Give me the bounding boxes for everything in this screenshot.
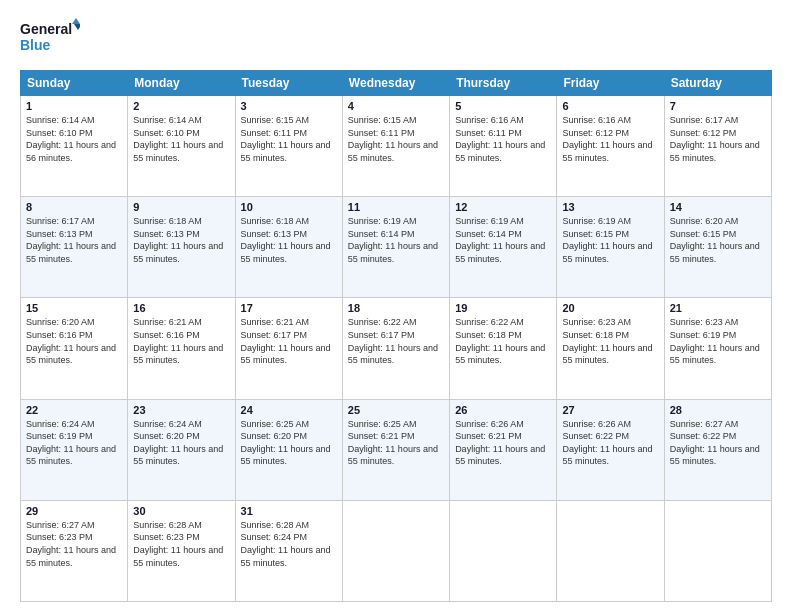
calendar-cell: 15 Sunrise: 6:20 AM Sunset: 6:16 PM Dayl… xyxy=(21,298,128,399)
day-number: 17 xyxy=(241,302,337,314)
calendar-week-5: 29 Sunrise: 6:27 AM Sunset: 6:23 PM Dayl… xyxy=(21,500,772,601)
calendar-cell: 7 Sunrise: 6:17 AM Sunset: 6:12 PM Dayli… xyxy=(664,96,771,197)
calendar-cell: 20 Sunrise: 6:23 AM Sunset: 6:18 PM Dayl… xyxy=(557,298,664,399)
column-header-monday: Monday xyxy=(128,71,235,96)
calendar-cell: 10 Sunrise: 6:18 AM Sunset: 6:13 PM Dayl… xyxy=(235,197,342,298)
day-number: 23 xyxy=(133,404,229,416)
day-number: 19 xyxy=(455,302,551,314)
logo: General Blue xyxy=(20,16,80,60)
calendar-cell: 4 Sunrise: 6:15 AM Sunset: 6:11 PM Dayli… xyxy=(342,96,449,197)
calendar-cell: 9 Sunrise: 6:18 AM Sunset: 6:13 PM Dayli… xyxy=(128,197,235,298)
calendar-cell: 23 Sunrise: 6:24 AM Sunset: 6:20 PM Dayl… xyxy=(128,399,235,500)
calendar-cell: 6 Sunrise: 6:16 AM Sunset: 6:12 PM Dayli… xyxy=(557,96,664,197)
calendar-cell: 30 Sunrise: 6:28 AM Sunset: 6:23 PM Dayl… xyxy=(128,500,235,601)
day-info: Sunrise: 6:19 AM Sunset: 6:14 PM Dayligh… xyxy=(455,215,551,265)
day-number: 21 xyxy=(670,302,766,314)
day-number: 22 xyxy=(26,404,122,416)
day-number: 7 xyxy=(670,100,766,112)
header: General Blue xyxy=(20,16,772,60)
page: General Blue SundayMondayTuesdayWednesda… xyxy=(0,0,792,612)
day-number: 30 xyxy=(133,505,229,517)
day-info: Sunrise: 6:23 AM Sunset: 6:19 PM Dayligh… xyxy=(670,316,766,366)
day-number: 4 xyxy=(348,100,444,112)
day-number: 25 xyxy=(348,404,444,416)
day-info: Sunrise: 6:20 AM Sunset: 6:15 PM Dayligh… xyxy=(670,215,766,265)
calendar-cell xyxy=(664,500,771,601)
calendar-cell: 5 Sunrise: 6:16 AM Sunset: 6:11 PM Dayli… xyxy=(450,96,557,197)
day-info: Sunrise: 6:15 AM Sunset: 6:11 PM Dayligh… xyxy=(348,114,444,164)
day-number: 8 xyxy=(26,201,122,213)
day-number: 15 xyxy=(26,302,122,314)
day-info: Sunrise: 6:17 AM Sunset: 6:13 PM Dayligh… xyxy=(26,215,122,265)
column-header-sunday: Sunday xyxy=(21,71,128,96)
calendar-cell: 8 Sunrise: 6:17 AM Sunset: 6:13 PM Dayli… xyxy=(21,197,128,298)
day-info: Sunrise: 6:17 AM Sunset: 6:12 PM Dayligh… xyxy=(670,114,766,164)
day-number: 2 xyxy=(133,100,229,112)
day-info: Sunrise: 6:18 AM Sunset: 6:13 PM Dayligh… xyxy=(133,215,229,265)
day-info: Sunrise: 6:21 AM Sunset: 6:16 PM Dayligh… xyxy=(133,316,229,366)
day-number: 10 xyxy=(241,201,337,213)
calendar-week-2: 8 Sunrise: 6:17 AM Sunset: 6:13 PM Dayli… xyxy=(21,197,772,298)
day-info: Sunrise: 6:22 AM Sunset: 6:18 PM Dayligh… xyxy=(455,316,551,366)
calendar-cell: 18 Sunrise: 6:22 AM Sunset: 6:17 PM Dayl… xyxy=(342,298,449,399)
day-info: Sunrise: 6:25 AM Sunset: 6:20 PM Dayligh… xyxy=(241,418,337,468)
calendar-cell: 14 Sunrise: 6:20 AM Sunset: 6:15 PM Dayl… xyxy=(664,197,771,298)
day-info: Sunrise: 6:18 AM Sunset: 6:13 PM Dayligh… xyxy=(241,215,337,265)
calendar-cell: 2 Sunrise: 6:14 AM Sunset: 6:10 PM Dayli… xyxy=(128,96,235,197)
day-info: Sunrise: 6:14 AM Sunset: 6:10 PM Dayligh… xyxy=(26,114,122,164)
calendar-cell: 22 Sunrise: 6:24 AM Sunset: 6:19 PM Dayl… xyxy=(21,399,128,500)
svg-text:General: General xyxy=(20,21,72,37)
day-info: Sunrise: 6:16 AM Sunset: 6:11 PM Dayligh… xyxy=(455,114,551,164)
calendar-cell xyxy=(557,500,664,601)
day-info: Sunrise: 6:22 AM Sunset: 6:17 PM Dayligh… xyxy=(348,316,444,366)
calendar-cell: 3 Sunrise: 6:15 AM Sunset: 6:11 PM Dayli… xyxy=(235,96,342,197)
calendar-header-row: SundayMondayTuesdayWednesdayThursdayFrid… xyxy=(21,71,772,96)
svg-marker-2 xyxy=(72,18,80,24)
calendar-cell: 17 Sunrise: 6:21 AM Sunset: 6:17 PM Dayl… xyxy=(235,298,342,399)
day-info: Sunrise: 6:27 AM Sunset: 6:23 PM Dayligh… xyxy=(26,519,122,569)
day-number: 5 xyxy=(455,100,551,112)
calendar-cell: 29 Sunrise: 6:27 AM Sunset: 6:23 PM Dayl… xyxy=(21,500,128,601)
calendar-cell: 13 Sunrise: 6:19 AM Sunset: 6:15 PM Dayl… xyxy=(557,197,664,298)
day-number: 16 xyxy=(133,302,229,314)
day-info: Sunrise: 6:19 AM Sunset: 6:14 PM Dayligh… xyxy=(348,215,444,265)
day-number: 14 xyxy=(670,201,766,213)
calendar-cell xyxy=(450,500,557,601)
day-info: Sunrise: 6:24 AM Sunset: 6:19 PM Dayligh… xyxy=(26,418,122,468)
day-info: Sunrise: 6:28 AM Sunset: 6:24 PM Dayligh… xyxy=(241,519,337,569)
day-number: 9 xyxy=(133,201,229,213)
calendar-week-3: 15 Sunrise: 6:20 AM Sunset: 6:16 PM Dayl… xyxy=(21,298,772,399)
calendar-cell xyxy=(342,500,449,601)
column-header-tuesday: Tuesday xyxy=(235,71,342,96)
day-number: 26 xyxy=(455,404,551,416)
day-number: 28 xyxy=(670,404,766,416)
column-header-friday: Friday xyxy=(557,71,664,96)
day-info: Sunrise: 6:28 AM Sunset: 6:23 PM Dayligh… xyxy=(133,519,229,569)
calendar-cell: 12 Sunrise: 6:19 AM Sunset: 6:14 PM Dayl… xyxy=(450,197,557,298)
day-number: 13 xyxy=(562,201,658,213)
calendar-cell: 24 Sunrise: 6:25 AM Sunset: 6:20 PM Dayl… xyxy=(235,399,342,500)
day-info: Sunrise: 6:24 AM Sunset: 6:20 PM Dayligh… xyxy=(133,418,229,468)
calendar-week-1: 1 Sunrise: 6:14 AM Sunset: 6:10 PM Dayli… xyxy=(21,96,772,197)
column-header-thursday: Thursday xyxy=(450,71,557,96)
calendar-cell: 21 Sunrise: 6:23 AM Sunset: 6:19 PM Dayl… xyxy=(664,298,771,399)
day-number: 31 xyxy=(241,505,337,517)
calendar-cell: 27 Sunrise: 6:26 AM Sunset: 6:22 PM Dayl… xyxy=(557,399,664,500)
calendar-cell: 19 Sunrise: 6:22 AM Sunset: 6:18 PM Dayl… xyxy=(450,298,557,399)
day-info: Sunrise: 6:14 AM Sunset: 6:10 PM Dayligh… xyxy=(133,114,229,164)
day-number: 6 xyxy=(562,100,658,112)
day-info: Sunrise: 6:26 AM Sunset: 6:21 PM Dayligh… xyxy=(455,418,551,468)
day-info: Sunrise: 6:16 AM Sunset: 6:12 PM Dayligh… xyxy=(562,114,658,164)
day-number: 20 xyxy=(562,302,658,314)
day-number: 29 xyxy=(26,505,122,517)
day-number: 12 xyxy=(455,201,551,213)
day-info: Sunrise: 6:25 AM Sunset: 6:21 PM Dayligh… xyxy=(348,418,444,468)
day-number: 18 xyxy=(348,302,444,314)
calendar-cell: 28 Sunrise: 6:27 AM Sunset: 6:22 PM Dayl… xyxy=(664,399,771,500)
logo-icon: General Blue xyxy=(20,16,80,56)
day-info: Sunrise: 6:20 AM Sunset: 6:16 PM Dayligh… xyxy=(26,316,122,366)
day-number: 24 xyxy=(241,404,337,416)
day-info: Sunrise: 6:26 AM Sunset: 6:22 PM Dayligh… xyxy=(562,418,658,468)
column-header-saturday: Saturday xyxy=(664,71,771,96)
column-header-wednesday: Wednesday xyxy=(342,71,449,96)
